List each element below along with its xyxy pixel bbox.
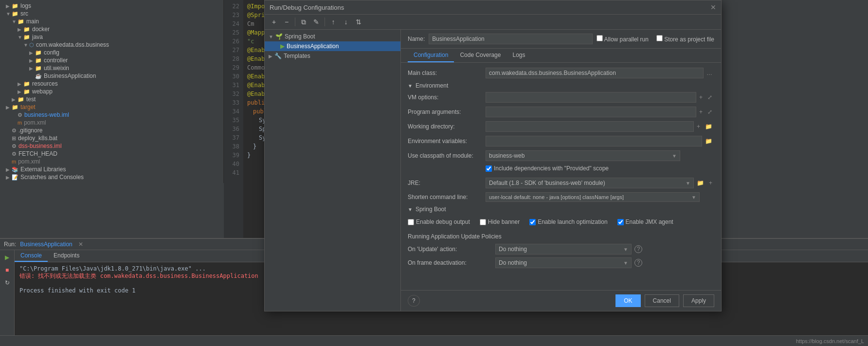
tree-item-test[interactable]: ▶ 📁 test <box>0 95 223 103</box>
folder-icon-src: 📁 <box>12 11 18 17</box>
spring-boot-arrow: ▼ <box>269 34 273 39</box>
tree-item-deploy[interactable]: ▶ ⊞ deploy_k8s.bat <box>0 134 223 142</box>
tree-item-java[interactable]: ▼ 📁 java <box>0 33 223 41</box>
tree-item-bw-iml[interactable]: ▶ ⚙ business-web.iml <box>0 111 223 119</box>
tree-item-scratches[interactable]: ▶ 📝 Scratches and Consoles <box>0 173 223 181</box>
include-provided-row: Include dependencies with "Provided" sco… <box>408 165 714 174</box>
allow-parallel-label[interactable]: Allow parallel run <box>597 35 649 43</box>
tree-arrow-controller: ▶ <box>29 58 35 63</box>
env-vars-row: Environment variables: 📁 <box>408 136 714 146</box>
spring-boot-section-arrow: ▼ <box>408 207 413 212</box>
tree-arrow-test: ▶ <box>12 97 18 102</box>
classpath-select[interactable]: business-web ▼ <box>486 150 680 161</box>
program-args-add-button[interactable]: + <box>697 108 705 116</box>
run-stop-button[interactable]: ■ <box>2 265 13 275</box>
enable-debug-checkbox[interactable] <box>408 219 414 225</box>
tab-configuration[interactable]: Configuration <box>408 49 454 62</box>
move-up-button[interactable]: ↑ <box>328 17 339 27</box>
enable-jmx-checkbox[interactable] <box>617 219 624 225</box>
status-bar: https://blog.csdn.net/scanf_L <box>0 335 868 346</box>
tree-item-pom[interactable]: ▶ m pom.xml <box>0 119 223 127</box>
sort-button[interactable]: ⇅ <box>353 17 364 27</box>
shorten-cmd-select[interactable]: user-local default: none - java [options… <box>486 192 700 202</box>
tree-item-dss-iml[interactable]: ▶ ⚙ dss-business.iml <box>0 142 223 150</box>
dialog-title: Run/Debug Configurations <box>270 4 344 11</box>
tree-item-controller[interactable]: ▶ 📁 controller <box>0 56 223 64</box>
copy-config-button[interactable]: ⧉ <box>298 17 309 27</box>
hide-banner-label[interactable]: Hide banner <box>480 219 520 225</box>
config-tree-spring-boot[interactable]: ▼ 🌱 Spring Boot <box>265 32 400 41</box>
run-app-name[interactable]: BusinessApplication <box>20 241 72 248</box>
jre-select[interactable]: Default (1.8 - SDK of 'business-web' mod… <box>486 178 694 188</box>
config-tree-templates[interactable]: ▶ 🔧 Templates <box>265 51 400 61</box>
tree-item-target[interactable]: ▶ 📁 target <box>0 103 223 111</box>
run-rerun-button[interactable]: ↻ <box>2 277 13 288</box>
folder-icon-docker: 📁 <box>23 26 30 33</box>
tree-item-config[interactable]: ▶ 📁 config <box>0 49 223 56</box>
tree-item-webapp[interactable]: ▶ 📁 webapp <box>0 88 223 95</box>
tab-logs[interactable]: Logs <box>506 49 531 62</box>
run-tab-endpoints[interactable]: Endpoints <box>48 250 85 262</box>
config-tree-business-app[interactable]: ▶ ▶ BusinessApplication <box>265 41 400 51</box>
env-vars-group: 📁 <box>486 136 714 146</box>
tree-item-fetch[interactable]: ▶ ⚙ FETCH_HEAD <box>0 150 223 158</box>
environment-section[interactable]: ▼ Environment <box>408 82 714 89</box>
folder-icon-config: 📁 <box>35 50 42 56</box>
run-close-icon[interactable]: ✕ <box>78 241 83 248</box>
tab-code-coverage[interactable]: Code Coverage <box>454 49 506 62</box>
classpath-label: Use classpath of module: <box>408 152 486 159</box>
enable-jmx-label[interactable]: Enable JMX agent <box>617 219 673 225</box>
edit-config-button[interactable]: ✎ <box>311 17 322 27</box>
jre-browse-button[interactable]: 📁 <box>695 179 706 187</box>
tree-item-src[interactable]: ▼ 📁 src <box>0 10 223 18</box>
tree-item-main[interactable]: ▼ 📁 main <box>0 18 223 25</box>
tree-item-logs[interactable]: ▶ 📁 logs <box>0 2 223 10</box>
jre-add-button[interactable]: + <box>707 179 714 187</box>
config-name-input[interactable] <box>429 34 593 44</box>
tree-item-util[interactable]: ▶ 📁 util.weixin <box>0 64 223 72</box>
enable-launch-label[interactable]: Enable launch optimization <box>529 219 607 225</box>
run-tab-console[interactable]: Console <box>15 250 48 262</box>
enable-debug-label[interactable]: Enable debug output <box>408 219 470 225</box>
remove-config-button[interactable]: − <box>281 17 292 27</box>
store-as-project-checkbox[interactable] <box>656 35 663 41</box>
tree-arrow-java: ▼ <box>18 35 23 40</box>
main-class-input[interactable] <box>486 68 704 78</box>
tree-item-gitignore[interactable]: ▶ ⚙ .gitignore <box>0 127 223 134</box>
run-play-button[interactable]: ▶ <box>2 252 13 263</box>
tree-item-external-libs[interactable]: ▶ 📚 External Libraries <box>0 165 223 173</box>
hide-banner-checkbox[interactable] <box>480 219 486 225</box>
working-dir-browse-button[interactable]: 📁 <box>703 122 714 131</box>
program-args-group: + ⤢ <box>486 107 714 117</box>
jre-group: Default (1.8 - SDK of 'business-web' mod… <box>486 178 714 188</box>
move-down-button[interactable]: ↓ <box>341 17 351 27</box>
jre-dropdown-arrow: ▼ <box>686 181 690 186</box>
vm-options-expand-button[interactable]: ⤢ <box>705 93 714 102</box>
enable-launch-checkbox[interactable] <box>529 219 536 225</box>
include-provided-checkbox[interactable] <box>486 165 492 172</box>
store-as-project-label[interactable]: Store as project file <box>656 35 714 43</box>
environment-arrow: ▼ <box>408 83 413 89</box>
vm-options-add-button[interactable]: + <box>697 93 705 102</box>
vm-options-input[interactable] <box>486 92 696 103</box>
env-vars-browse-button[interactable]: 📁 <box>703 137 714 146</box>
program-args-expand-button[interactable]: ⤢ <box>705 108 714 116</box>
working-dir-add-button[interactable]: + <box>695 122 702 131</box>
dialog-close-button[interactable]: ✕ <box>710 3 716 11</box>
tree-item-business-app[interactable]: ▶ ☕ BusinessApplication <box>0 72 223 80</box>
spring-boot-section[interactable]: ▼ Spring Boot <box>408 206 714 213</box>
include-provided-label[interactable]: Include dependencies with "Provided" sco… <box>486 165 609 172</box>
add-config-button[interactable]: + <box>269 17 279 27</box>
working-dir-input[interactable] <box>486 121 694 132</box>
tree-item-root-pom[interactable]: ▶ m pom.xml <box>0 158 223 165</box>
program-args-input[interactable] <box>486 107 696 117</box>
allow-parallel-checkbox[interactable] <box>597 35 603 41</box>
vm-options-group: + ⤢ <box>486 92 714 103</box>
main-class-browse-button[interactable]: … <box>705 69 714 77</box>
tree-item-docker[interactable]: ▶ 📁 docker <box>0 25 223 33</box>
env-vars-input[interactable] <box>486 136 702 146</box>
config-content: Main class: … ▼ Environment VM options: <box>401 63 721 238</box>
tree-item-package[interactable]: ▼ ⬡ com.wakedata.dss.business <box>0 41 223 49</box>
tree-item-resources[interactable]: ▶ 📁 resources <box>0 80 223 88</box>
env-vars-label: Environment variables: <box>408 138 486 145</box>
